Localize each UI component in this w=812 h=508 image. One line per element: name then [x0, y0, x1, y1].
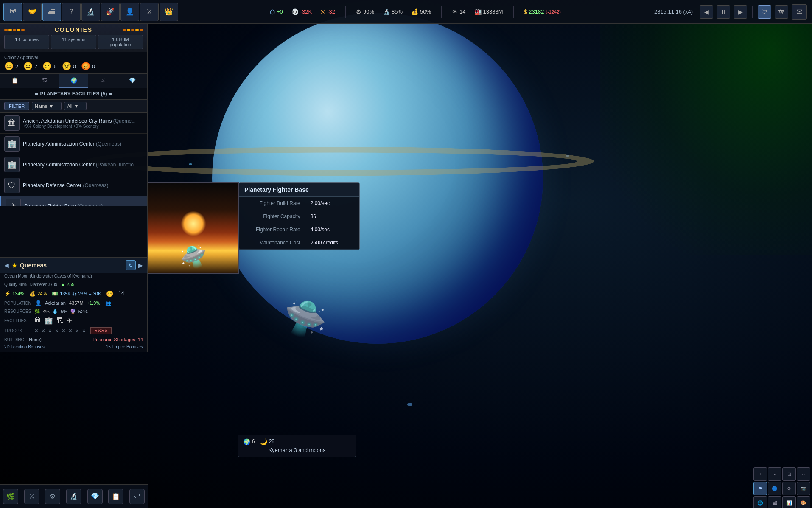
systems-count-tab[interactable]: 11 systems	[51, 35, 96, 49]
fighter-tooltip: Planetary Fighter Base Fighter Build Rat…	[239, 182, 360, 250]
sep1	[345, 6, 346, 18]
industry-value: 90%	[363, 8, 374, 15]
tab-special[interactable]: 💎	[118, 74, 147, 88]
toolbar-empire-btn[interactable]: 👑	[160, 3, 178, 21]
nav-pause[interactable]: ⏸	[717, 5, 730, 19]
bottom-ecology-btn[interactable]: 🌿	[3, 489, 18, 504]
quemeas-refresh-btn[interactable]: ↻	[126, 260, 136, 270]
map-color-btn[interactable]: 🎨	[797, 496, 810, 508]
toolbar-diplomacy-btn[interactable]: 🤝	[23, 3, 42, 21]
tab-construction[interactable]: 🏗	[29, 74, 59, 88]
energy-stat-value: 134%	[12, 291, 24, 296]
quemeas-next[interactable]: ▶	[138, 262, 143, 269]
map-btn[interactable]: 🗺	[775, 5, 788, 19]
planet-detail-stats: ⚡ 134% 💰 24% 💵 135K @ 23% = 30K 😊 14	[0, 289, 147, 299]
facility-item-defense[interactable]: 🛡 Planetary Defense Center (Quemeas)	[0, 175, 147, 196]
toolbar-help-btn[interactable]: ?	[62, 3, 81, 21]
star-icon: ★	[11, 261, 17, 269]
toolbar-map-btn[interactable]: 🗺	[3, 3, 22, 21]
troops-label: TROOPS	[4, 328, 32, 333]
fighter-capacity-label: Fighter Capacity	[239, 210, 305, 223]
planet	[212, 13, 543, 344]
d7	[127, 29, 130, 31]
map-zoom-in[interactable]: +	[753, 467, 767, 481]
empire-bonuses[interactable]: 15 Empire Bonuses	[106, 345, 143, 349]
map-zoom-out[interactable]: -	[768, 467, 781, 481]
wealth-stat-icon: 💰	[29, 291, 36, 297]
bottom-defense-btn[interactable]: 🛡	[129, 489, 145, 504]
quemeas-header: ◀ ★ Quemeas ↻ ▶	[0, 258, 147, 273]
map-settings-btn[interactable]: ⚙	[782, 482, 796, 495]
map-ctrl-row-1: + - ⊡ ↔	[695, 467, 810, 481]
neutral-count: 5	[53, 63, 56, 70]
toolbar-fleets-btn[interactable]: ⚔	[140, 3, 159, 21]
planet-approval-icon: 😊	[106, 290, 113, 297]
approval-angry: 😡 0	[81, 62, 95, 71]
panel-tabs: 📋 🏗 🌍 ⚔ 💎	[0, 74, 147, 88]
quemeas-prev[interactable]: ◀	[4, 262, 9, 269]
bottom-research-btn[interactable]: 🔬	[66, 489, 81, 504]
location-bonuses[interactable]: 2D Location Bonuses	[4, 345, 45, 349]
fac3: 🏗	[56, 317, 63, 325]
map-fit[interactable]: ⊡	[782, 467, 796, 481]
sep2	[441, 6, 442, 18]
troop4: ⚔	[55, 328, 59, 334]
bottom-military-btn[interactable]: ⚔	[24, 489, 39, 504]
troop2: ⚔	[41, 328, 45, 334]
population-tab[interactable]: 13383M population	[98, 35, 143, 49]
facility-item-fighter[interactable]: ✈ Planetary Fighter Base (Quemeas)	[0, 196, 147, 206]
nav-forward[interactable]: ▶	[734, 5, 747, 19]
neutral-high-icon: 😐	[23, 62, 33, 71]
credits-value: 23182	[529, 8, 544, 15]
filter-name-select[interactable]: Name ▼	[32, 102, 62, 110]
filter-button[interactable]: FILTER	[4, 102, 29, 110]
quemeas-subtitle: Ocean Moon (Underwater Caves of Kyemarra…	[0, 273, 147, 280]
pop-race-icon: 👤	[35, 300, 42, 306]
map-chart-btn[interactable]: 📊	[782, 496, 796, 508]
map-flag-btn[interactable]: ⚑	[753, 482, 767, 495]
facilities-row: FACILITIES 🏛 🏢 🏗 ✈	[0, 315, 147, 326]
nav-back[interactable]: ◀	[700, 5, 713, 19]
map-globe-btn[interactable]: 🌐	[753, 496, 767, 508]
game-date: 2815.11.16 (x4)	[654, 8, 693, 15]
tab-military[interactable]: ⚔	[88, 74, 118, 88]
admin1-name: Planetary Administration Center (Quemeas…	[23, 141, 143, 147]
top-bar: 🗺 🤝 🏙 ? 🔬 🚀 👤 ⚔ 👑 ⬡ +0 💀 -32K ✕ -32 ⚙ 90…	[0, 0, 812, 24]
admin1-info: Planetary Administration Center (Quemeas…	[23, 141, 143, 147]
colonies-count-tab[interactable]: 14 colonies	[4, 35, 49, 49]
credits-icon: $	[524, 8, 527, 15]
filter-type-select[interactable]: All ▼	[64, 102, 87, 110]
income-stat-icon: 💵	[52, 291, 58, 297]
tab-planets[interactable]: 🌍	[59, 74, 88, 88]
population-loss-resource: 💀 -32K	[291, 8, 312, 15]
filter-name-label: Name	[35, 104, 47, 109]
unknown-resource: ✕ -32	[320, 8, 335, 15]
population-icon: 🏭	[474, 8, 482, 15]
map-city-btn[interactable]: 🏙	[768, 496, 781, 508]
toolbar-ships-btn[interactable]: 🚀	[101, 3, 120, 21]
unhappy-icon: 😟	[62, 62, 71, 71]
facility-item-admin1[interactable]: 🏢 Planetary Administration Center (Queme…	[0, 134, 147, 154]
tab-overview[interactable]: 📋	[0, 74, 29, 88]
toolbar-colonies-btn[interactable]: 🏙	[42, 3, 61, 21]
empire-status-btn[interactable]: 🛡	[758, 5, 771, 19]
facility-item-ruins[interactable]: 🏛 Ancient Ackdarian Undersea City Ruins …	[0, 113, 147, 134]
energy-value: +0	[277, 8, 283, 15]
bottom-overview-btn[interactable]: 📋	[108, 489, 123, 504]
map-camera-btn[interactable]: 📷	[797, 482, 810, 495]
bottom-special-btn[interactable]: 💎	[87, 489, 103, 504]
toolbar-research-btn[interactable]: 🔬	[81, 3, 100, 21]
nebula	[600, 0, 812, 255]
wealth-value: 50%	[420, 8, 431, 15]
toolbar-agents-btn[interactable]: 👤	[120, 3, 139, 21]
map-rotate[interactable]: ↔	[797, 467, 810, 481]
bottom-industry-btn[interactable]: ⚙	[45, 489, 60, 504]
map-moon-count: 28	[269, 438, 274, 445]
quality-label: Quality 48%, Diameter 3789	[4, 282, 57, 287]
mail-btn[interactable]: ✉	[792, 4, 807, 20]
facility-item-admin2[interactable]: 🏢 Planetary Administration Center (Palke…	[0, 154, 147, 175]
d9	[135, 29, 139, 31]
planet-quality-stats: Quality 48%, Diameter 3789 ▲ 255	[0, 280, 147, 289]
wealth-stat: 💰 24%	[29, 290, 47, 297]
map-overlay-btn[interactable]: 🔵	[768, 482, 781, 495]
